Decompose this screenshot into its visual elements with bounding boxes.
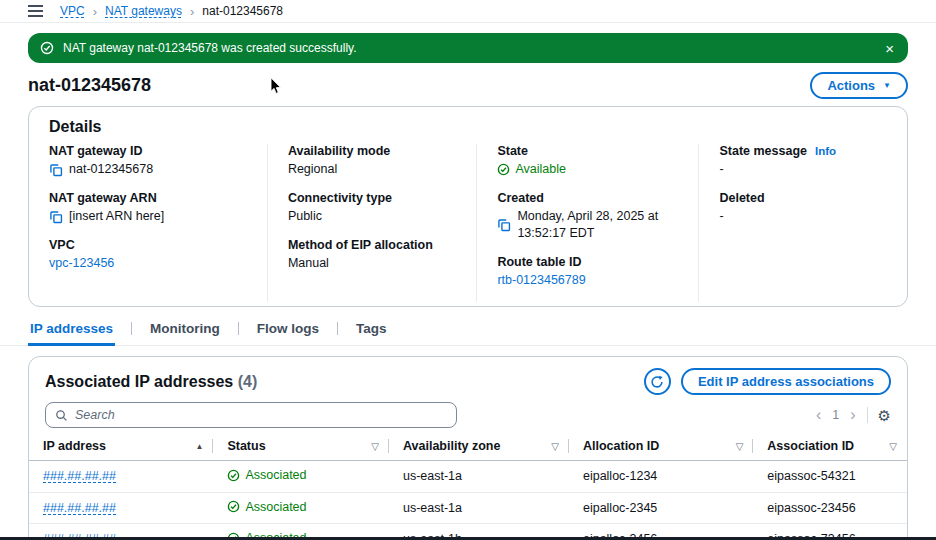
refresh-button[interactable] (644, 368, 671, 395)
column-header-status[interactable]: Status▽ (213, 434, 389, 461)
ip-addresses-table: IP address▲ Status▽ Availability zone▽ A… (29, 434, 907, 540)
nat-gateway-id-value: nat-012345678 (69, 161, 153, 178)
success-banner: NAT gateway nat-012345678 was created su… (28, 33, 908, 63)
gear-icon[interactable]: ⚙ (878, 408, 891, 423)
vpc-link[interactable]: vpc-123456 (49, 255, 114, 272)
field-label: Route table ID (497, 255, 684, 270)
field-created: Created Monday, April 28, 2025 at 13:52:… (497, 191, 684, 242)
filter-icon: ▽ (551, 441, 559, 452)
search-input[interactable] (75, 408, 447, 422)
details-heading: Details (49, 118, 887, 136)
tab-monitoring[interactable]: Monitoring (148, 316, 222, 346)
deleted-value: - (719, 208, 723, 225)
breadcrumb-separator-icon: › (93, 5, 97, 18)
column-header-ip-address[interactable]: IP address▲ (29, 434, 213, 461)
tab-tags[interactable]: Tags (354, 316, 389, 346)
pagination: ‹ 1 › ⚙ (815, 407, 891, 423)
filter-icon: ▽ (889, 441, 897, 452)
banner-message: NAT gateway nat-012345678 was created su… (63, 41, 874, 55)
breadcrumb-separator-icon: › (190, 5, 194, 18)
field-nat-gateway-id: NAT gateway ID nat-012345678 (49, 144, 253, 178)
details-grid: NAT gateway ID nat-012345678 NAT gateway… (49, 144, 887, 302)
tab-divider (131, 322, 132, 335)
column-header-availability-zone[interactable]: Availability zone▽ (389, 434, 569, 461)
tab-flow-logs[interactable]: Flow logs (255, 316, 321, 346)
filter-icon: ▽ (736, 441, 744, 452)
field-deleted: Deleted - (719, 191, 873, 225)
copy-icon[interactable] (49, 210, 63, 224)
check-circle-icon (227, 469, 240, 482)
field-connectivity-type: Connectivity type Public (288, 191, 463, 225)
field-nat-gateway-arn: NAT gateway ARN [insert ARN here] (49, 191, 253, 225)
field-state: State Available (497, 144, 684, 178)
created-value: Monday, April 28, 2025 at 13:52:17 EDT (517, 208, 684, 242)
field-label: Deleted (719, 191, 873, 206)
page-number[interactable]: 1 (832, 408, 839, 422)
panel-title: Associated IP addresses (4) (45, 373, 257, 391)
field-label: Connectivity type (288, 191, 463, 206)
availability-zone-cell: us-east-1a (389, 492, 569, 524)
info-link[interactable]: Info (815, 144, 836, 159)
copy-icon[interactable] (497, 218, 511, 232)
page-title: nat-012345678 (28, 75, 151, 96)
refresh-icon (650, 375, 664, 389)
allocation-id-cell: eipalloc-2345 (569, 492, 753, 524)
filter-icon: ▽ (371, 441, 379, 452)
previous-page-icon[interactable]: ‹ (815, 407, 822, 423)
success-icon (40, 41, 54, 55)
breadcrumb-link-vpc[interactable]: VPC (60, 4, 85, 18)
field-label: State message (719, 144, 807, 159)
field-label: VPC (49, 238, 253, 253)
field-label: Method of EIP allocation (288, 238, 463, 253)
field-label: State (497, 144, 684, 159)
field-vpc: VPC vpc-123456 (49, 238, 253, 272)
search-box (45, 402, 457, 428)
toolbar-divider (867, 407, 868, 423)
availability-zone-cell: us-east-1a (389, 461, 569, 493)
state-message-value: - (719, 161, 723, 178)
menu-icon[interactable] (28, 5, 43, 17)
field-route-table-id: Route table ID rtb-0123456789 (497, 255, 684, 289)
actions-button[interactable]: Actions ▼ (810, 72, 908, 99)
aws-console-screen: VPC › NAT gateways › nat-012345678 NAT g… (0, 0, 936, 540)
details-column-2: Availability mode Regional Connectivity … (267, 144, 477, 302)
breadcrumb-current: nat-012345678 (202, 4, 283, 18)
tab-ip-addresses[interactable]: IP addresses (28, 316, 115, 346)
page-header: nat-012345678 Actions ▼ (28, 72, 908, 99)
route-table-link[interactable]: rtb-0123456789 (497, 272, 585, 289)
connectivity-type-value: Public (288, 208, 322, 225)
ip-address-link[interactable]: ###.##.##.## (43, 469, 116, 483)
actions-button-label: Actions (827, 78, 875, 93)
next-page-icon[interactable]: › (849, 407, 856, 423)
details-panel: Details NAT gateway ID nat-012345678 NAT… (28, 106, 908, 307)
field-availability-mode: Availability mode Regional (288, 144, 463, 178)
breadcrumb-bar: VPC › NAT gateways › nat-012345678 (0, 0, 936, 23)
check-circle-icon (497, 163, 510, 176)
details-column-4: State message Info - Deleted - (698, 144, 887, 302)
close-icon[interactable]: × (883, 41, 896, 56)
breadcrumb-link-nat-gateways[interactable]: NAT gateways (105, 4, 182, 18)
chevron-down-icon: ▼ (883, 82, 891, 90)
association-id-cell: eipassoc-23456 (753, 492, 907, 524)
sort-ascending-icon: ▲ (195, 442, 203, 451)
status-badge: Associated (227, 500, 306, 514)
field-label: NAT gateway ID (49, 144, 253, 159)
check-circle-icon (227, 500, 240, 513)
field-label: NAT gateway ARN (49, 191, 253, 206)
column-header-allocation-id[interactable]: Allocation ID▽ (569, 434, 753, 461)
ip-address-link[interactable]: ###.##.##.## (43, 501, 116, 515)
panel-count: (4) (238, 373, 258, 390)
edit-ip-associations-button[interactable]: Edit IP address associations (681, 368, 891, 395)
copy-icon[interactable] (49, 163, 63, 177)
field-label: Availability mode (288, 144, 463, 159)
table-row: ###.##.##.## Associated us-east-1a eipal… (29, 492, 907, 524)
state-status: Available (497, 161, 566, 178)
details-column-1: NAT gateway ID nat-012345678 NAT gateway… (49, 144, 267, 302)
tab-bar: IP addresses Monitoring Flow logs Tags (0, 316, 936, 346)
field-label: Created (497, 191, 684, 206)
state-value: Available (515, 161, 566, 178)
status-badge: Associated (227, 468, 306, 482)
field-eip-allocation-method: Method of EIP allocation Manual (288, 238, 463, 272)
column-header-association-id[interactable]: Association ID▽ (753, 434, 907, 461)
allocation-id-cell: eipalloc-1234 (569, 461, 753, 493)
